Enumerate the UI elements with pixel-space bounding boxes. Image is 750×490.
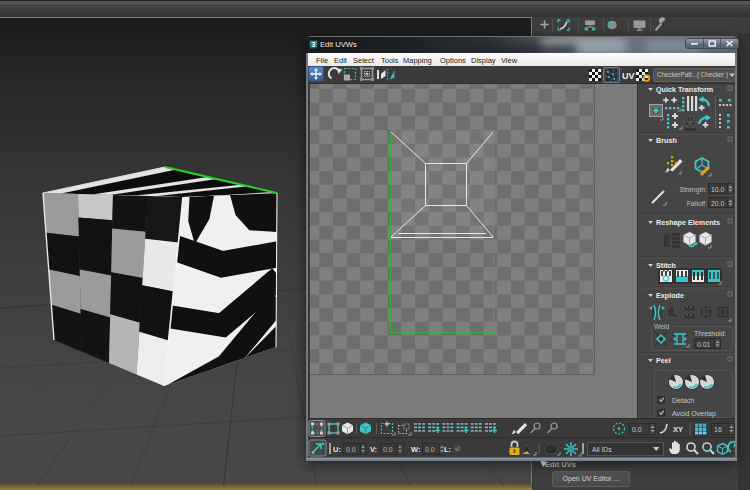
svg-text:Threshold:: Threshold: [694, 330, 726, 337]
svg-text:Avoid Overlap: Avoid Overlap [672, 410, 716, 418]
svg-text:Strength:: Strength: [679, 186, 707, 194]
svg-text:CheckerPatt...( Checker ): CheckerPatt...( Checker ) [657, 71, 728, 79]
svg-text:V:: V: [370, 445, 377, 454]
svg-text:UV: UV [622, 71, 635, 81]
svg-text:20.0: 20.0 [711, 200, 724, 207]
svg-text:0.0: 0.0 [346, 446, 356, 453]
svg-text:Weld: Weld [654, 323, 670, 330]
svg-text:All IDs: All IDs [592, 446, 612, 453]
svg-text:W:: W: [411, 445, 420, 454]
svg-text:0.0: 0.0 [425, 446, 435, 453]
svg-text:Explode: Explode [656, 291, 684, 300]
svg-text:Detach: Detach [672, 397, 694, 404]
svg-text:XY: XY [673, 425, 683, 434]
svg-text:U:: U: [333, 445, 341, 454]
svg-text:16: 16 [714, 426, 722, 433]
svg-text:10.0: 10.0 [711, 186, 724, 193]
svg-text:0.0: 0.0 [632, 426, 642, 433]
svg-text:0.0: 0.0 [383, 446, 393, 453]
svg-text:Falloff:: Falloff: [687, 200, 707, 207]
svg-text:Peel: Peel [656, 356, 671, 365]
svg-text:L:: L: [444, 445, 451, 454]
svg-text:Brush: Brush [656, 136, 677, 145]
svg-text:Reshape Elements: Reshape Elements [656, 218, 720, 227]
svg-text:Quick Transform: Quick Transform [656, 85, 713, 94]
svg-text:0.01: 0.01 [697, 341, 710, 348]
